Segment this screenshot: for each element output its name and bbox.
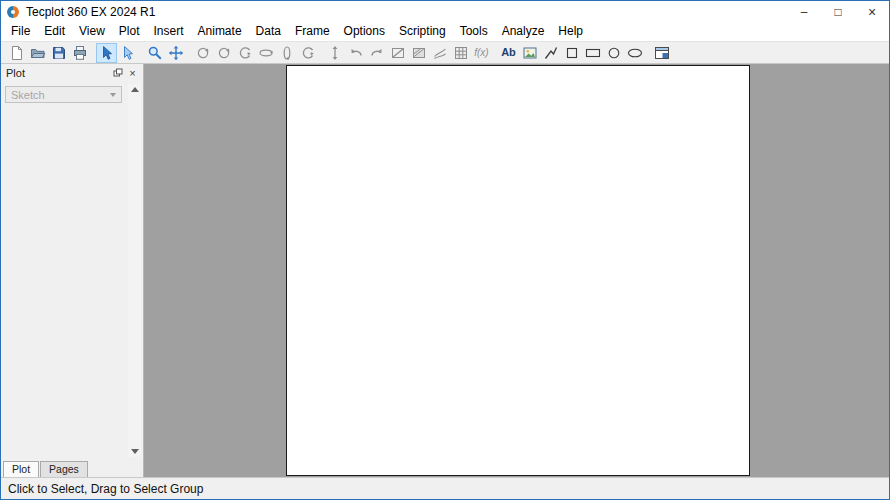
sidebar-title: Plot xyxy=(6,67,25,79)
chevron-down-icon xyxy=(110,93,116,97)
menu-insert[interactable]: Insert xyxy=(147,23,191,40)
rotate-vertical-icon xyxy=(279,45,295,61)
plot-type-dropdown: Sketch xyxy=(5,86,122,103)
add-text-icon: Ab xyxy=(501,47,516,58)
titlebar: Tecplot 360 EX 2024 R1 – □ × xyxy=(1,1,889,22)
main-area: Plot × Sketch PlotPages xyxy=(1,64,889,477)
adjust-tool[interactable] xyxy=(117,43,138,63)
grid-icon xyxy=(453,45,469,61)
close-button[interactable]: × xyxy=(855,1,889,22)
open-folder-icon xyxy=(30,45,46,61)
menu-animate[interactable]: Animate xyxy=(191,23,249,40)
contour-icon xyxy=(411,45,427,61)
plot-sidebar: Plot × Sketch PlotPages xyxy=(1,64,144,477)
printer-icon xyxy=(72,45,88,61)
select-arrow-icon xyxy=(99,45,115,61)
rotate-z-tool xyxy=(297,43,318,63)
rotate-x-tool xyxy=(255,43,276,63)
circle-icon xyxy=(606,45,622,61)
sidebar-close-button[interactable]: × xyxy=(125,66,140,80)
menu-scripting[interactable]: Scripting xyxy=(392,23,453,40)
rotate-horizontal-icon xyxy=(258,45,274,61)
equations-fx-icon: f(x) xyxy=(474,48,488,58)
rotate-twist-tool xyxy=(234,43,255,63)
minimize-button[interactable]: – xyxy=(787,1,821,22)
ellipse-icon xyxy=(627,45,643,61)
menu-data[interactable]: Data xyxy=(249,23,288,40)
slice-tool xyxy=(387,43,408,63)
streamtrace-icon xyxy=(432,45,448,61)
add-rectangle-tool[interactable] xyxy=(582,43,603,63)
create-frame-tool[interactable] xyxy=(651,43,672,63)
menu-frame[interactable]: Frame xyxy=(288,23,337,40)
menu-plot[interactable]: Plot xyxy=(112,23,147,40)
window-title: Tecplot 360 EX 2024 R1 xyxy=(26,5,155,19)
streamtrace-tool xyxy=(429,43,450,63)
adjust-arrow-icon xyxy=(120,45,136,61)
workspace xyxy=(144,64,889,477)
window-controls: – □ × xyxy=(787,1,889,22)
menu-options[interactable]: Options xyxy=(337,23,392,40)
maximize-button[interactable]: □ xyxy=(821,1,855,22)
save-button[interactable] xyxy=(48,43,69,63)
rotate-sphere-icon xyxy=(216,45,232,61)
floppy-icon xyxy=(51,45,67,61)
add-polyline-tool[interactable] xyxy=(540,43,561,63)
statusbar: Click to Select, Drag to Select Group xyxy=(1,477,889,499)
redo-icon xyxy=(369,45,385,61)
sidebar-body: Sketch xyxy=(1,81,143,460)
menu-view[interactable]: View xyxy=(72,23,112,40)
menu-help[interactable]: Help xyxy=(551,23,590,40)
move-arrows-icon xyxy=(168,45,184,61)
plot-frame[interactable] xyxy=(286,65,750,476)
menu-edit[interactable]: Edit xyxy=(37,23,72,40)
add-image-tool[interactable] xyxy=(519,43,540,63)
rotate-rollerball-tool xyxy=(213,43,234,63)
plot-type-value: Sketch xyxy=(11,89,45,101)
rotate-twist-icon xyxy=(237,45,253,61)
sidebar-tab-plot[interactable]: Plot xyxy=(3,461,39,477)
tecplot-app-icon xyxy=(6,5,20,19)
add-ellipse-tool[interactable] xyxy=(624,43,645,63)
print-button[interactable] xyxy=(69,43,90,63)
slice-icon xyxy=(390,45,406,61)
translate-tool[interactable] xyxy=(165,43,186,63)
zoom-tool[interactable] xyxy=(144,43,165,63)
rotate-y-tool xyxy=(276,43,297,63)
sidebar-header: Plot × xyxy=(1,64,143,81)
contour-tool xyxy=(408,43,429,63)
open-button[interactable] xyxy=(27,43,48,63)
toolbar: f(x)Ab xyxy=(1,41,889,64)
float-panel-button[interactable] xyxy=(110,66,125,80)
menu-file[interactable]: File xyxy=(4,23,37,40)
redo-button xyxy=(366,43,387,63)
sidebar-tab-pages[interactable]: Pages xyxy=(40,461,88,477)
probe-icon xyxy=(327,45,343,61)
scroll-down-button[interactable] xyxy=(129,446,140,457)
equations-tool: f(x) xyxy=(471,43,492,63)
add-text-tool[interactable]: Ab xyxy=(498,43,519,63)
rotate-twist-icon xyxy=(300,45,316,61)
scroll-up-button[interactable] xyxy=(129,84,140,95)
menu-tools[interactable]: Tools xyxy=(453,23,495,40)
close-icon: × xyxy=(129,67,135,79)
square-icon xyxy=(564,45,580,61)
probe-tool xyxy=(324,43,345,63)
frame-window-icon xyxy=(654,45,670,61)
triangle-up-icon xyxy=(131,87,139,92)
magnifier-icon xyxy=(147,45,163,61)
new-layout-button[interactable] xyxy=(6,43,27,63)
data-spreadsheet-tool xyxy=(450,43,471,63)
sidebar-tabs: PlotPages xyxy=(1,460,143,477)
undo-button xyxy=(345,43,366,63)
select-tool[interactable] xyxy=(96,43,117,63)
sidebar-scrollbar[interactable] xyxy=(128,84,141,457)
rotate-sphere-icon xyxy=(195,45,211,61)
add-circle-tool[interactable] xyxy=(603,43,624,63)
add-square-tool[interactable] xyxy=(561,43,582,63)
status-text: Click to Select, Drag to Select Group xyxy=(8,482,203,496)
new-page-icon xyxy=(9,45,25,61)
tecplot-window: Tecplot 360 EX 2024 R1 – □ × FileEditVie… xyxy=(0,0,890,500)
triangle-down-icon xyxy=(131,449,139,454)
menu-analyze[interactable]: Analyze xyxy=(495,23,552,40)
